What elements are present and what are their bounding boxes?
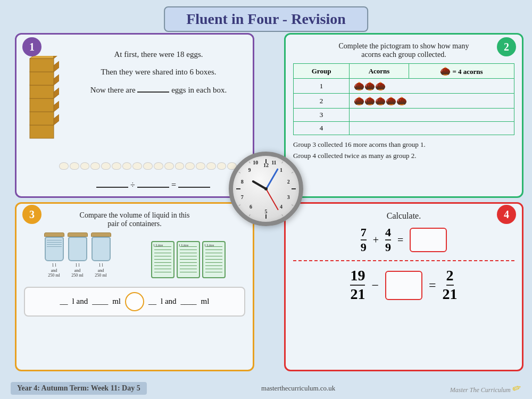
q4-equation2: 19 21 − = 2 21: [293, 268, 514, 303]
page-title: Fluent in Four - Revision: [164, 6, 368, 32]
table-row: 1 🌰🌰🌰: [294, 79, 514, 94]
q1-line2: Then they were shared into 6 boxes.: [72, 66, 245, 78]
q4-equation1: 7 9 + 4 9 =: [293, 226, 514, 254]
svg-rect-0: [30, 125, 54, 138]
col-acorns: Acorns: [350, 64, 409, 79]
q1-line1: At first, there were 18 eggs.: [72, 48, 245, 61]
minus-sign: −: [371, 278, 379, 293]
q1-line3: Now there are eggs in each box.: [72, 84, 245, 96]
q3-blank2: ____: [92, 297, 108, 306]
panel-q2: Complete the pictogram to show how many …: [284, 33, 523, 198]
pictogram-table: Group Acorns 🌰 = 4 acorns 1 🌰🌰🌰 2 🌰🌰🌰🌰🌰: [293, 63, 514, 135]
answer-box-1[interactable]: [410, 228, 447, 252]
svg-rect-9: [30, 85, 54, 98]
svg-marker-14: [54, 59, 59, 72]
fraction-19-21: 19 21: [350, 268, 365, 303]
clock: 12 1 2 3 4 5 6 7 8 9 10 11: [229, 152, 303, 226]
svg-rect-12: [30, 72, 54, 85]
table-row: 3: [294, 109, 514, 122]
svg-rect-15: [30, 59, 54, 72]
q3-answer-area: __ l and ____ ml __ l and ____ ml: [24, 287, 245, 317]
fraction-7-9: 7 9: [361, 226, 367, 254]
svg-marker-11: [54, 72, 59, 85]
q2-instruction: Complete the pictogram to show how many …: [293, 42, 514, 59]
badge-q1: 1: [22, 37, 41, 56]
footer-website: masterthecurriculum.co.uk: [261, 384, 335, 393]
pencil-icon: ✏: [510, 381, 523, 396]
panel-q4: Calculate. 7 9 + 4 9 = 19 21 − = 2 21: [284, 202, 523, 371]
answer-box-2[interactable]: [385, 271, 422, 300]
q4-title: Calculate.: [293, 211, 514, 221]
footer-brand: Master The Curriculum ✏: [450, 382, 521, 395]
svg-marker-2: [54, 112, 59, 125]
table-row: 2 🌰🌰🌰🌰🌰: [294, 94, 514, 109]
divider: [293, 260, 514, 261]
table-row: 4: [294, 122, 514, 135]
svg-marker-8: [54, 86, 59, 98]
q3-instruction: Compare the volume of liquid in this pai…: [24, 211, 245, 228]
panel-q3: Compare the volume of liquid in this pai…: [15, 202, 254, 371]
col-group: Group: [294, 64, 350, 79]
plus-sign: +: [373, 234, 379, 246]
badge-q4: 4: [497, 205, 516, 224]
svg-rect-6: [30, 98, 54, 112]
q3-blank1: __: [60, 297, 68, 306]
footer: Year 4: Autumn Term: Week 11: Day 5 mast…: [0, 382, 532, 395]
svg-marker-5: [54, 99, 59, 112]
equals-sign2: =: [429, 278, 436, 293]
badge-q2: 2: [497, 37, 516, 56]
footer-year-term: Year 4: Autumn Term: Week 11: Day 5: [11, 382, 147, 395]
equals-sign: =: [397, 234, 403, 246]
q3-blank4: ____: [181, 297, 197, 306]
q3-blank3: __: [148, 297, 156, 306]
svg-marker-17: [54, 56, 59, 59]
fraction-4-9: 4 9: [385, 226, 391, 254]
jars-group: 1 land250 ml 1 land250 ml 1 land250 ml: [44, 232, 111, 278]
col-legend: 🌰 = 4 acorns: [409, 64, 514, 79]
cylinders-group: 1 Litre 1 Litre: [151, 241, 226, 278]
panel-q1: At first, there were 18 eggs. Then they …: [15, 33, 254, 198]
comparison-circle: [125, 292, 144, 311]
boxes-illustration: [22, 56, 59, 141]
fraction-2-21: 2 21: [443, 268, 458, 303]
svg-rect-3: [30, 112, 54, 125]
badge-q3: 3: [22, 205, 41, 224]
eggs-illustration: [59, 162, 247, 170]
q2-notes: Group 3 collected 16 more acorns than gr…: [293, 139, 514, 162]
q1-equation: ÷ = .q1-equation .blank { display:inline…: [59, 180, 247, 190]
